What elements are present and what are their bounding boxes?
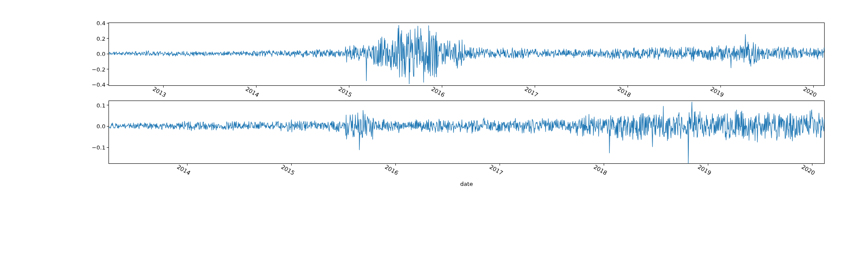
y-tick-label: 0.0 — [96, 123, 109, 130]
y-tick-label: 0.0 — [96, 51, 109, 57]
line-series-bottom — [109, 101, 824, 163]
axes-top: −0.4−0.20.00.20.420132014201520162017201… — [108, 23, 825, 86]
y-tick-label: −0.4 — [92, 81, 109, 88]
y-tick-label: −0.1 — [92, 144, 109, 151]
x-axis-label: date — [460, 163, 473, 187]
axes-bottom: date −0.10.00.12014201520162017201820192… — [108, 101, 825, 164]
figure: −0.4−0.20.00.20.420132014201520162017201… — [0, 0, 868, 260]
line-series-top — [109, 23, 824, 85]
y-tick-label: 0.4 — [96, 20, 109, 26]
y-tick-label: −0.2 — [92, 66, 109, 72]
y-tick-label: 0.2 — [96, 35, 109, 42]
y-tick-label: 0.1 — [96, 102, 109, 108]
